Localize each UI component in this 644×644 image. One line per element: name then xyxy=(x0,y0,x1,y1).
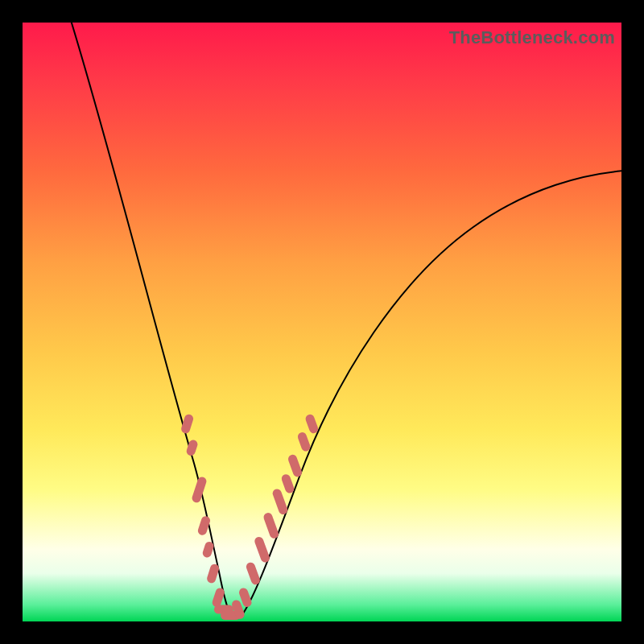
curve-marker xyxy=(244,592,248,602)
curve-marker xyxy=(259,541,266,558)
curve-marker xyxy=(237,605,241,614)
curve-marker xyxy=(191,444,193,451)
plot-area: TheBottleneck.com xyxy=(23,23,621,621)
curve-marker xyxy=(302,437,306,447)
curve-marker xyxy=(186,419,189,429)
chart-frame: TheBottleneck.com xyxy=(0,0,644,644)
bottleneck-curve xyxy=(70,23,621,618)
curve-marker xyxy=(202,521,205,531)
curve-marker xyxy=(250,567,255,580)
marker-layer xyxy=(186,419,314,615)
curve-layer xyxy=(70,23,621,618)
curve-marker xyxy=(293,459,298,473)
watermark-text: TheBottleneck.com xyxy=(449,27,615,48)
curve-marker xyxy=(196,481,202,498)
chart-svg xyxy=(23,23,621,621)
curve-marker xyxy=(277,493,283,510)
curve-marker xyxy=(268,518,275,535)
curve-marker xyxy=(286,479,290,489)
curve-marker xyxy=(310,419,314,428)
curve-marker xyxy=(212,568,215,579)
curve-marker xyxy=(217,592,220,603)
curve-marker xyxy=(207,547,209,553)
